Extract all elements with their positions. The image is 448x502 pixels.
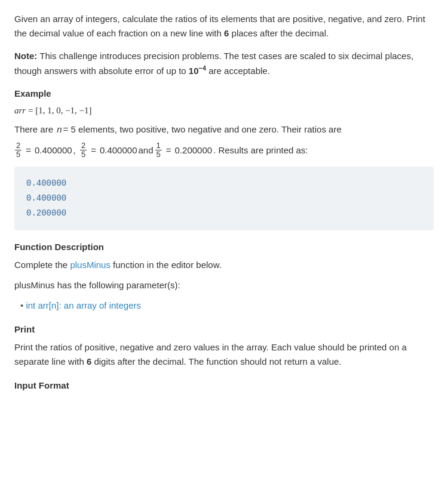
val2: 0.400000 (100, 143, 137, 158)
print-text-part2: digits after the decimal. The function s… (91, 356, 341, 367)
complete-text-after: function in the editor below. (111, 260, 222, 270)
arr-label: arr (14, 106, 26, 115)
note-text2: are acceptable. (206, 66, 270, 76)
code-line-3: 0.200000 (26, 206, 422, 221)
example-section: Example arr = [1, 1, 0, −1, −1] There ar… (14, 87, 434, 230)
ratios-description: There are n = 5 elements, two positive, … (14, 122, 434, 137)
param-type: int arr[n] (26, 300, 59, 310)
print-title: Print (14, 322, 434, 337)
function-description-section: Function Description Complete the plusMi… (14, 240, 434, 313)
equals-1: = (26, 143, 31, 158)
desc-text: There are (14, 122, 56, 137)
main-content: Given an array of integers, calculate th… (14, 12, 434, 393)
and-text: and (139, 143, 154, 158)
equals-2: = (91, 143, 96, 158)
note-superscript: 10−4 (189, 66, 206, 76)
intro-text-part2: places after the decimal. (229, 28, 329, 38)
frac1-num: 2 (15, 141, 22, 150)
arr-value: = [1, 1, 0, −1, −1] (26, 106, 91, 115)
fraction-3: 1 5 (155, 141, 162, 159)
print-bold-6: 6 (87, 356, 91, 367)
intro-text-part1: Given an array of integers, calculate th… (14, 14, 425, 38)
input-format-title: Input Format (14, 378, 434, 393)
function-description-title: Function Description (14, 240, 434, 254)
plus-minus-link[interactable]: plusMinus (70, 260, 111, 270)
frac1-den: 5 (15, 150, 22, 159)
code-line-1: 0.400000 (26, 176, 422, 191)
fraction-1: 2 5 (15, 141, 22, 159)
n-equals: = 5 elements, two positive, two negative… (63, 122, 342, 137)
input-format-section: Input Format (14, 378, 434, 393)
example-arr-line: arr = [1, 1, 0, −1, −1] (14, 103, 434, 118)
params-text: plusMinus has the following parameter(s)… (14, 278, 434, 292)
intro-paragraph: Given an array of integers, calculate th… (14, 12, 434, 41)
param-text: int arr[n]: an array of integers (26, 300, 141, 310)
complete-text-before: Complete the (14, 260, 70, 270)
print-section: Print Print the ratios of positive, nega… (14, 322, 434, 369)
val1: 0.400000 (35, 143, 72, 158)
comma-1: , (73, 143, 78, 158)
fraction-2: 2 5 (80, 141, 87, 159)
frac2-num: 2 (80, 141, 87, 150)
code-line-2: 0.400000 (26, 191, 422, 206)
function-description-text: Complete the plusMinus function in the e… (14, 258, 434, 272)
note-label: Note: (14, 51, 37, 61)
equals-3: = (166, 143, 171, 158)
superscript-exp: −4 (199, 64, 207, 72)
print-text: Print the ratios of positive, negative a… (14, 340, 434, 369)
results-text: . Results are printed as: (213, 143, 308, 158)
example-label: Example (14, 87, 434, 101)
n-label: n (57, 122, 62, 137)
param-desc: : an array of integers (59, 300, 141, 310)
note-paragraph: Note: This challenge introduces precisio… (14, 49, 434, 78)
fractions-line: 2 5 = 0.400000, 2 5 = 0.400000 and 1 5 =… (14, 141, 434, 159)
frac3-den: 5 (155, 150, 162, 159)
param-item: int arr[n]: an array of integers (20, 298, 434, 313)
params-list: int arr[n]: an array of integers (14, 298, 434, 313)
frac3-num: 1 (155, 141, 162, 150)
superscript-base: 10 (189, 66, 199, 76)
val3: 0.200000 (175, 143, 213, 158)
code-block: 0.400000 0.400000 0.200000 (14, 167, 434, 231)
frac2-den: 5 (80, 150, 87, 159)
